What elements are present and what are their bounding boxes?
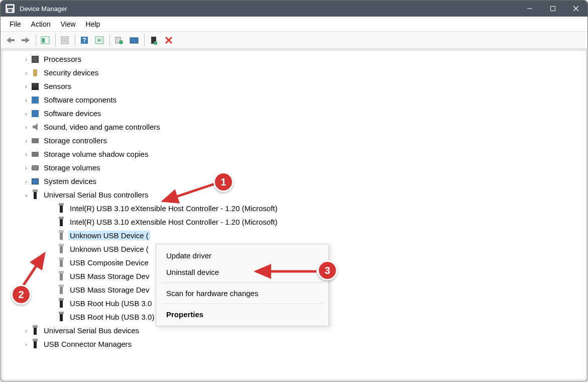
cm-uninstall-device[interactable]: Uninstall device (156, 264, 328, 280)
expander-icon[interactable]: › (22, 138, 30, 144)
key-icon (30, 68, 40, 77)
svg-point-17 (119, 40, 123, 44)
sound-icon (30, 123, 40, 132)
tree-row[interactable]: ›USB Connector Managers (2, 337, 586, 351)
tree-item-label: System devices (42, 176, 98, 186)
tree-row[interactable]: Unknown USB Device ( (2, 229, 586, 242)
expander-icon[interactable]: › (22, 341, 30, 347)
tree-item-label: Unknown USB Device ( (68, 244, 150, 254)
cm-properties[interactable]: Properties (156, 306, 328, 323)
usb-icon (30, 340, 40, 349)
tree-row[interactable]: ›Security devices (2, 66, 586, 79)
tree-item-label: Intel(R) USB 3.10 eXtensible Host Contro… (68, 204, 279, 213)
svg-rect-5 (22, 39, 26, 41)
help-button[interactable]: ? (77, 33, 91, 47)
svg-rect-7 (42, 38, 45, 43)
tree-item-label: Sensors (42, 81, 73, 91)
toolbar: ? (1, 32, 587, 49)
tree-item-label: Software components (42, 95, 118, 105)
expander-icon[interactable]: › (22, 124, 30, 130)
scan-button[interactable] (92, 33, 106, 47)
badge-3: 3 (317, 260, 337, 280)
expander-icon[interactable]: › (22, 111, 30, 117)
expander-icon[interactable]: › (22, 178, 30, 184)
usb-g-icon (56, 231, 66, 240)
tree-row[interactable]: ›Sensors (2, 79, 586, 93)
expander-icon[interactable]: › (22, 56, 30, 62)
disable-device-button[interactable] (162, 33, 176, 47)
expander-icon[interactable]: › (22, 83, 30, 89)
properties-button[interactable] (58, 33, 72, 47)
show-hide-tree-button[interactable] (38, 33, 52, 47)
tree-item-label: Unknown USB Device ( (68, 231, 150, 240)
enable-device-button[interactable] (147, 33, 161, 47)
menu-file[interactable]: File (5, 18, 26, 30)
cm-scan-hardware[interactable]: Scan for hardware changes (156, 285, 328, 302)
tree-item-label: Processors (42, 54, 83, 64)
expander-icon[interactable]: › (22, 165, 30, 171)
tree-row[interactable]: ›Storage volume shadow copies (2, 147, 586, 161)
expander-icon[interactable]: › (22, 151, 30, 157)
usb-g-icon (56, 258, 66, 267)
tree-row[interactable]: ⌄Universal Serial Bus controllers (2, 188, 586, 202)
tree-row[interactable]: ›Storage controllers (2, 134, 586, 147)
tree-row[interactable]: Intel(R) USB 3.10 eXtensible Host Contro… (2, 215, 586, 229)
tree-row[interactable]: ›System devices (2, 174, 586, 188)
tree-item-label: Intel(R) USB 3.10 eXtensible Host Contro… (68, 217, 279, 227)
menubar: File Action View Help (1, 17, 587, 32)
window-title: Device Manager (20, 5, 518, 13)
sw-icon (30, 109, 40, 118)
badge-1: 1 (213, 172, 233, 192)
storage-icon (30, 150, 40, 159)
uninstall-button[interactable] (127, 33, 141, 47)
tree-row[interactable]: ›Processors (2, 52, 586, 66)
badge-2: 2 (11, 284, 31, 305)
toolbar-separator (55, 34, 56, 46)
expander-icon[interactable]: › (22, 70, 30, 76)
close-button[interactable] (564, 1, 587, 17)
chip-icon (30, 55, 40, 64)
forward-button[interactable] (19, 33, 33, 47)
tree-item-label: USB Connector Managers (42, 339, 133, 349)
sensor-icon (30, 82, 40, 91)
usb-g-icon (56, 245, 66, 254)
menu-help[interactable]: Help (81, 18, 105, 30)
tree-row[interactable]: ›Sound, video and game controllers (2, 120, 586, 134)
tree-row[interactable]: ›Software devices (2, 107, 586, 120)
svg-text:?: ? (82, 37, 86, 44)
maximize-button[interactable] (541, 1, 564, 17)
toolbar-separator (36, 34, 36, 46)
tree-row[interactable]: Intel(R) USB 3.10 eXtensible Host Contro… (2, 202, 586, 215)
toolbar-separator (144, 34, 145, 46)
titlebar[interactable]: Device Manager (1, 1, 587, 17)
minimize-button[interactable] (518, 1, 541, 17)
expander-icon[interactable]: › (22, 328, 30, 334)
expander-icon[interactable]: ⌄ (22, 192, 30, 198)
tree-item-label: Storage controllers (42, 136, 108, 145)
menu-view[interactable]: View (55, 18, 80, 30)
cm-separator (161, 304, 323, 304)
tree-row[interactable]: ›Software components (2, 93, 586, 107)
menu-action[interactable]: Action (26, 18, 56, 30)
cm-update-driver[interactable]: Update driver (156, 247, 328, 264)
expander-icon[interactable]: › (22, 97, 30, 103)
usb-icon (56, 313, 66, 322)
svg-rect-18 (130, 38, 138, 43)
tree-item-label: USB Mass Storage Dev (68, 271, 151, 281)
tree-item-label: Universal Serial Bus devices (42, 326, 141, 335)
tree-item-label: Security devices (42, 68, 100, 77)
tree-item-label: Software devices (42, 109, 102, 118)
tree-item-label: Storage volumes (42, 163, 102, 172)
back-button[interactable] (4, 33, 18, 47)
usb-g-icon (56, 272, 66, 281)
device-tree[interactable]: ›Processors›Security devices›Sensors›Sof… (2, 50, 586, 380)
tree-item-label: Universal Serial Bus controllers (42, 190, 150, 200)
update-driver-button[interactable] (112, 33, 126, 47)
disk-icon (30, 163, 40, 172)
tree-item-label: USB Mass Storage Dev (68, 285, 151, 295)
tree-row[interactable]: ›Storage volumes (2, 161, 586, 174)
storage-icon (30, 136, 40, 145)
window-controls (518, 1, 587, 17)
tree-item-label: USB Root Hub (USB 3.0) (68, 312, 156, 322)
usb-icon (30, 190, 40, 200)
